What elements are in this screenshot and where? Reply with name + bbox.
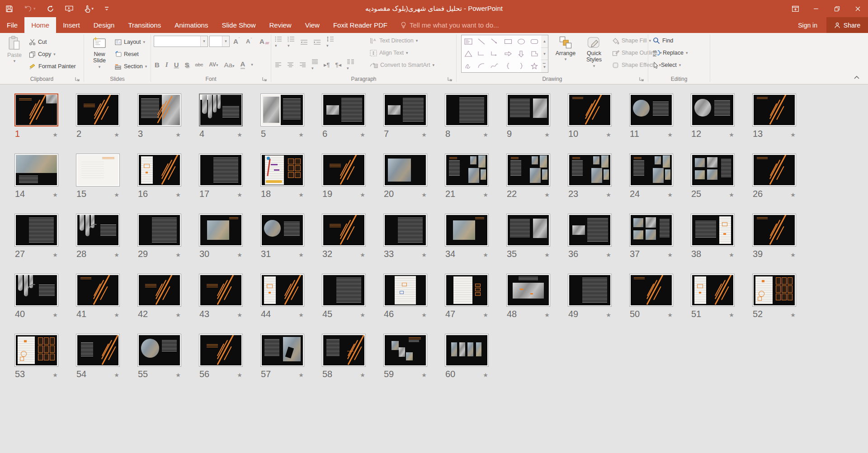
arc-shape-icon[interactable] <box>475 60 488 72</box>
slide-thumbnail-56[interactable] <box>199 334 243 367</box>
close-icon[interactable] <box>847 0 868 17</box>
animation-star-icon[interactable]: ★ <box>237 251 242 259</box>
animation-star-icon[interactable]: ★ <box>237 191 242 199</box>
slide-thumbnail-23[interactable] <box>568 154 612 187</box>
slide-thumbnail-29[interactable] <box>137 214 181 247</box>
animation-star-icon[interactable]: ★ <box>360 311 365 319</box>
slide-thumbnail-60[interactable] <box>445 334 489 367</box>
increase-indent-button[interactable] <box>313 39 321 45</box>
collapse-ribbon-icon[interactable] <box>854 75 860 79</box>
columns-button[interactable]: ▾ <box>347 59 354 71</box>
slide-thumbnail-18[interactable] <box>260 154 304 187</box>
line-shape-icon[interactable] <box>475 35 488 47</box>
new-slide-button[interactable]: New Slide▾ <box>88 36 111 69</box>
find-button[interactable]: Find <box>653 35 673 46</box>
slide-thumbnail-35[interactable] <box>506 214 550 247</box>
slide-thumbnail-40[interactable] <box>14 274 58 307</box>
animation-star-icon[interactable]: ★ <box>298 191 304 199</box>
slide-thumbnail-13[interactable] <box>752 93 796 126</box>
numbering-button[interactable]: 123▾ <box>288 36 295 48</box>
slide-thumbnail-45[interactable] <box>322 274 366 307</box>
slide-thumbnail-38[interactable] <box>691 214 735 247</box>
textbox-shape-icon[interactable] <box>462 35 475 47</box>
paste-button[interactable]: Paste▾ <box>4 36 25 63</box>
grow-font-button[interactable]: Aˆ <box>233 36 240 47</box>
tab-animations[interactable]: Animations <box>168 17 215 33</box>
tab-home[interactable]: Home <box>24 17 56 33</box>
slide-thumbnail-10[interactable] <box>568 93 612 126</box>
animation-star-icon[interactable]: ★ <box>175 371 181 379</box>
touch-mode-icon[interactable]: ▾ <box>84 5 94 13</box>
slide-thumbnail-25[interactable] <box>691 154 735 187</box>
font-dialog-launcher-icon[interactable] <box>262 76 268 82</box>
animation-star-icon[interactable]: ★ <box>298 131 304 139</box>
rounded-rectangle-shape-icon[interactable] <box>528 35 541 47</box>
animation-star-icon[interactable]: ★ <box>52 191 58 199</box>
animation-star-icon[interactable]: ★ <box>483 251 488 259</box>
slide-thumbnail-51[interactable] <box>691 274 735 307</box>
animation-star-icon[interactable]: ★ <box>298 251 304 259</box>
elbow-connector-icon[interactable] <box>475 47 488 60</box>
slide-thumbnail-39[interactable] <box>752 214 796 247</box>
share-button[interactable]: Share <box>826 17 868 33</box>
justify-button[interactable]: ▾ <box>311 59 318 71</box>
shrink-font-button[interactable]: Aˇ <box>246 36 252 47</box>
animation-star-icon[interactable]: ★ <box>667 251 673 259</box>
underline-button[interactable]: U <box>174 61 179 69</box>
layout-button[interactable]: Layout▾ <box>115 37 145 47</box>
animation-star-icon[interactable]: ★ <box>175 191 181 199</box>
text-direction-button[interactable]: A Text Direction▾ <box>370 35 418 46</box>
slide-thumbnail-9[interactable] <box>506 93 550 126</box>
slide-thumbnail-24[interactable] <box>629 154 673 187</box>
animation-star-icon[interactable]: ★ <box>175 311 181 319</box>
animation-star-icon[interactable]: ★ <box>544 251 550 259</box>
animation-star-icon[interactable]: ★ <box>360 251 365 259</box>
shapes-gallery-more-icon[interactable]: ▔▼ <box>541 60 548 72</box>
slide-thumbnail-12[interactable] <box>691 93 735 126</box>
drawing-dialog-launcher-icon[interactable] <box>639 76 645 82</box>
save-icon[interactable] <box>5 5 13 13</box>
curve-shape-icon[interactable] <box>488 60 501 72</box>
font-name-caret-icon[interactable]: ▾ <box>200 36 208 47</box>
sign-in-link[interactable]: Sign in <box>798 17 817 33</box>
section-button[interactable]: Section▾ <box>115 61 147 72</box>
animation-star-icon[interactable]: ★ <box>360 191 365 199</box>
oval-shape-icon[interactable] <box>514 35 528 47</box>
strikethrough-button[interactable]: abc <box>195 62 203 67</box>
slide-thumbnail-31[interactable] <box>260 214 304 247</box>
slide-thumbnail-43[interactable] <box>199 274 243 307</box>
slide-thumbnail-59[interactable] <box>383 334 427 367</box>
slide-thumbnail-32[interactable] <box>322 214 366 247</box>
animation-star-icon[interactable]: ★ <box>790 131 796 139</box>
animation-star-icon[interactable]: ★ <box>175 131 181 139</box>
slide-thumbnail-1[interactable] <box>14 93 58 126</box>
slide-thumbnail-52[interactable] <box>752 274 796 307</box>
slide-thumbnail-8[interactable] <box>445 93 489 126</box>
slide-thumbnail-30[interactable] <box>199 214 243 247</box>
slide-thumbnail-42[interactable] <box>137 274 181 307</box>
slide-thumbnail-54[interactable] <box>76 334 120 367</box>
slide-thumbnail-41[interactable] <box>76 274 120 307</box>
animation-star-icon[interactable]: ★ <box>114 371 119 379</box>
down-arrow-shape-icon[interactable] <box>514 47 528 60</box>
elbow-arrow-connector-icon[interactable] <box>488 47 501 60</box>
shapes-scroll-up-icon[interactable]: ▲ <box>541 35 548 48</box>
animation-star-icon[interactable]: ★ <box>667 131 673 139</box>
slide-thumbnail-7[interactable] <box>383 93 427 126</box>
shapes-scroll-down-icon[interactable]: ▼ <box>541 48 548 61</box>
start-slideshow-icon[interactable] <box>65 5 73 13</box>
animation-star-icon[interactable]: ★ <box>114 131 119 139</box>
animation-star-icon[interactable]: ★ <box>421 311 427 319</box>
slide-thumbnail-33[interactable] <box>383 214 427 247</box>
animation-star-icon[interactable]: ★ <box>729 131 734 139</box>
slide-thumbnail-19[interactable] <box>322 154 366 187</box>
ribbon-display-options-icon[interactable] <box>785 0 806 17</box>
select-button[interactable]: Select▾ <box>653 60 681 70</box>
slide-thumbnail-17[interactable] <box>199 154 243 187</box>
animation-star-icon[interactable]: ★ <box>544 131 550 139</box>
shapes-gallery-scrollbar[interactable]: ▲ ▼ ▔▼ <box>541 35 548 73</box>
slide-thumbnail-26[interactable] <box>752 154 796 187</box>
right-to-left-button[interactable]: ¶◂ <box>335 61 342 68</box>
convert-to-smartart-button[interactable]: Convert to SmartArt▾ <box>370 60 434 70</box>
animation-star-icon[interactable]: ★ <box>52 131 58 139</box>
